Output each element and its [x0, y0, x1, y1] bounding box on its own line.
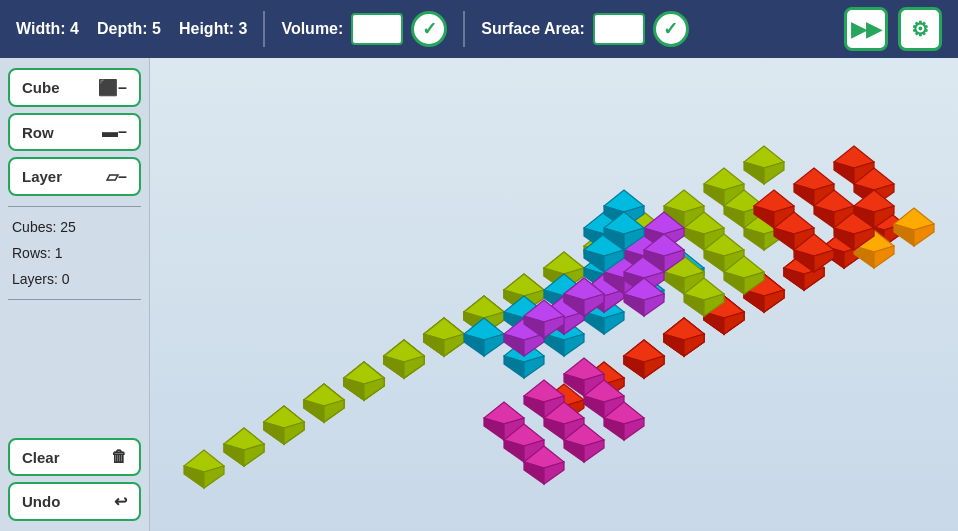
svg-marker-12 [150, 58, 174, 64]
surface-area-input[interactable] [593, 13, 645, 45]
svg-marker-2 [154, 58, 174, 80]
sidebar-divider-2 [8, 299, 141, 300]
depth-label: Depth: 5 [97, 20, 161, 38]
layer-tool-label: Layer [22, 168, 62, 185]
clear-label: Clear [22, 449, 60, 466]
svg-marker-5 [154, 58, 174, 80]
surface-area-check-button[interactable]: ✓ [653, 11, 689, 47]
undo-icon: ↩ [114, 492, 127, 511]
svg-marker-16 [150, 58, 154, 80]
play-button[interactable]: ▶▶ [844, 7, 888, 51]
cubes-stat: Cubes: 25 [8, 217, 141, 237]
surface-area-check-icon: ✓ [663, 18, 678, 40]
main-area: Cube ⬛– Row ▬– Layer ▱– Cubes: 25 Rows: … [0, 58, 958, 531]
clear-button[interactable]: Clear 🗑 [8, 438, 141, 476]
gear-icon: ⚙ [911, 17, 929, 41]
svg-marker-6 [150, 58, 174, 64]
volume-input[interactable] [351, 13, 403, 45]
canvas-area[interactable] [150, 58, 958, 531]
surface-area-section: Surface Area: ✓ [481, 11, 688, 47]
toolbar-divider-2 [463, 11, 465, 47]
svg-marker-15 [150, 58, 174, 64]
sidebar-divider-1 [8, 206, 141, 207]
svg-marker-14 [154, 58, 174, 80]
svg-marker-4 [150, 58, 154, 80]
volume-label: Volume: [281, 20, 343, 38]
width-label: Width: 4 [16, 20, 79, 38]
svg-marker-13 [150, 58, 154, 80]
svg-marker-10 [150, 58, 154, 80]
layer-tool-icon: ▱– [106, 167, 127, 186]
svg-marker-17 [154, 58, 174, 80]
svg-marker-8 [154, 58, 174, 80]
sidebar-bottom-buttons: Clear 🗑 Undo ↩ [8, 438, 141, 521]
volume-check-button[interactable]: ✓ [411, 11, 447, 47]
svg-marker-7 [150, 58, 154, 80]
toolbar: Width: 4 Depth: 5 Height: 3 Volume: ✓ Su… [0, 0, 958, 58]
trash-icon: 🗑 [111, 448, 127, 466]
play-icon: ▶▶ [851, 17, 881, 41]
rows-stat: Rows: 1 [8, 243, 141, 263]
undo-label: Undo [22, 493, 60, 510]
3d-cube-visualization [150, 58, 958, 531]
svg-marker-0 [150, 58, 174, 64]
row-tool-icon: ▬– [102, 123, 127, 141]
svg-marker-1 [150, 58, 154, 80]
volume-section: Volume: ✓ [281, 11, 447, 47]
layer-tool-button[interactable]: Layer ▱– [8, 157, 141, 196]
row-tool-label: Row [22, 124, 54, 141]
dimensions-display: Width: 4 Depth: 5 Height: 3 [16, 20, 247, 38]
surface-area-label: Surface Area: [481, 20, 584, 38]
row-tool-button[interactable]: Row ▬– [8, 113, 141, 151]
cube-tool-label: Cube [22, 79, 60, 96]
cube-tool-button[interactable]: Cube ⬛– [8, 68, 141, 107]
volume-check-icon: ✓ [422, 18, 437, 40]
cube-tool-icon: ⬛– [98, 78, 127, 97]
svg-marker-9 [150, 58, 174, 64]
svg-marker-11 [154, 58, 174, 80]
toolbar-right-buttons: ▶▶ ⚙ [844, 7, 942, 51]
settings-button[interactable]: ⚙ [898, 7, 942, 51]
layers-stat: Layers: 0 [8, 269, 141, 289]
svg-marker-3 [150, 58, 174, 64]
toolbar-divider-1 [263, 11, 265, 47]
height-label: Height: 3 [179, 20, 247, 38]
sidebar: Cube ⬛– Row ▬– Layer ▱– Cubes: 25 Rows: … [0, 58, 150, 531]
undo-button[interactable]: Undo ↩ [8, 482, 141, 521]
